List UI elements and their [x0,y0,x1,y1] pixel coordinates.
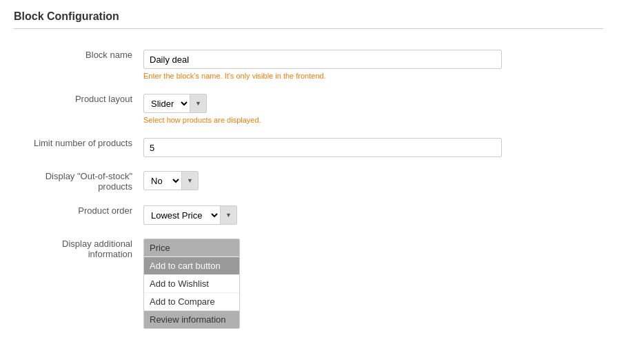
out-of-stock-dropdown-arrow-icon[interactable] [181,172,198,190]
limit-number-field-cell [138,131,603,164]
list-item-add-to-wishlist[interactable]: Add to Wishlist [144,275,239,293]
product-layout-select-wrapper[interactable]: Slider Grid List [143,94,207,113]
product-layout-label: Product layout [14,87,138,131]
product-order-select[interactable]: Lowest Price Highest Price Newest Random [144,206,220,224]
section-divider [14,28,603,29]
display-additional-list: Price Add to cart button Add to Wishlist… [143,239,240,329]
product-order-dropdown-arrow-icon[interactable] [220,206,236,224]
block-name-field-cell: Enter the block's name. It's only visibl… [138,43,603,87]
out-of-stock-select-wrapper[interactable]: No Yes [143,171,199,190]
product-order-field-cell: Lowest Price Highest Price Newest Random [138,199,603,232]
product-layout-row: Product layout Slider Grid List Select h… [14,87,603,131]
out-of-stock-select[interactable]: No Yes [144,172,181,190]
list-item-price[interactable]: Price [144,239,239,257]
form-table: Block name Enter the block's name. It's … [14,43,603,336]
limit-number-label: Limit number of products [14,131,138,164]
product-layout-field-cell: Slider Grid List Select how products are… [138,87,603,131]
out-of-stock-label: Display "Out-of-stock" products [14,164,138,199]
list-item-review-information[interactable]: Review information [144,311,239,328]
limit-number-input[interactable] [143,138,502,157]
block-name-label: Block name [14,43,138,87]
product-layout-dropdown-arrow-icon[interactable] [190,94,206,112]
display-additional-label: Display additional information [14,232,138,336]
display-additional-row: Display additional information Price Add… [14,232,603,336]
page-title: Block Configuration [14,10,603,23]
product-layout-select[interactable]: Slider Grid List [144,94,190,112]
page-container: Block Configuration Block name Enter the… [0,0,617,346]
block-name-input[interactable] [143,50,502,69]
list-item-add-to-cart[interactable]: Add to cart button [144,257,239,275]
product-order-label: Product order [14,199,138,232]
product-layout-hint: Select how products are displayed. [143,116,598,124]
block-name-hint: Enter the block's name. It's only visibl… [143,72,598,80]
out-of-stock-field-cell: No Yes [138,164,603,199]
limit-number-row: Limit number of products [14,131,603,164]
product-order-row: Product order Lowest Price Highest Price… [14,199,603,232]
product-order-select-wrapper[interactable]: Lowest Price Highest Price Newest Random [143,205,237,225]
list-item-add-to-compare[interactable]: Add to Compare [144,293,239,311]
out-of-stock-row: Display "Out-of-stock" products No Yes [14,164,603,199]
block-name-row: Block name Enter the block's name. It's … [14,43,603,87]
display-additional-field-cell: Price Add to cart button Add to Wishlist… [138,232,603,336]
